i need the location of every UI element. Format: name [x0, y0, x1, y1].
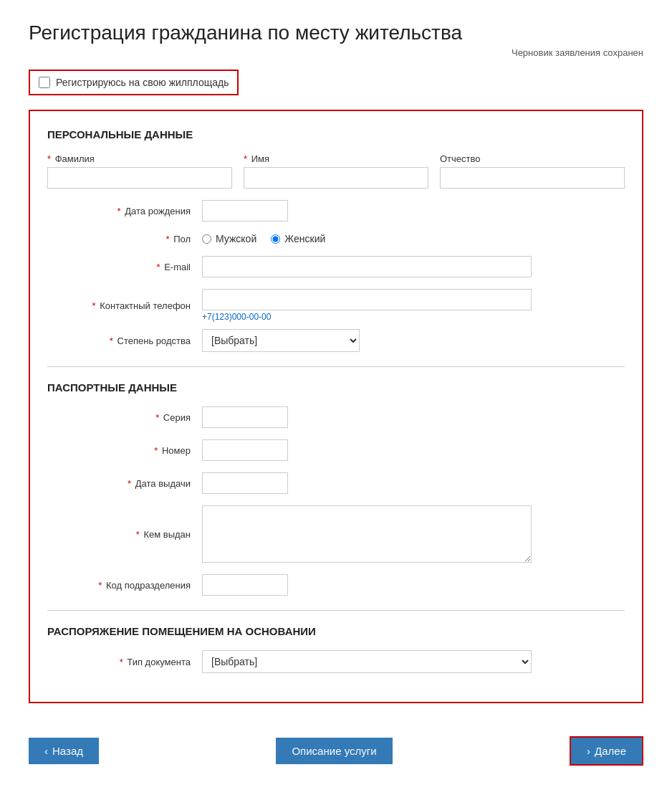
- passport-issued-by-row: * Кем выдан: [47, 505, 625, 563]
- first-name-group: * Имя: [244, 153, 428, 189]
- doc-type-label: * Тип документа: [47, 657, 191, 667]
- phone-row: * Контактный телефон +7(123)000-00-00: [47, 289, 625, 322]
- gender-female-radio[interactable]: [271, 234, 280, 244]
- middle-name-group: Отчество: [440, 153, 625, 189]
- passport-issued-by-textarea[interactable]: [202, 505, 532, 563]
- service-description-button[interactable]: Описание услуги: [276, 738, 392, 764]
- kinship-required-star: *: [110, 335, 113, 346]
- next-arrow-icon: ›: [587, 745, 590, 757]
- first-name-input[interactable]: [244, 167, 428, 189]
- passport-issued-by-required-star: *: [136, 529, 140, 540]
- service-description-label: Описание услуги: [292, 745, 376, 757]
- phone-label: * Контактный телефон: [47, 300, 191, 311]
- gender-label: * Пол: [47, 234, 191, 244]
- gender-female-label: Женский: [284, 233, 325, 244]
- gender-male-radio[interactable]: [202, 234, 211, 244]
- name-row: * Фамилия * Имя Отчество: [47, 153, 625, 189]
- passport-series-input[interactable]: [202, 406, 288, 428]
- draft-status: Черновик заявления сохранен: [29, 47, 643, 58]
- passport-series-required-star: *: [155, 412, 159, 423]
- disposal-section-title: РАСПОРЯЖЕНИЕ ПОМЕЩЕНИЕМ НА ОСНОВАНИИ: [47, 625, 625, 637]
- first-name-label: * Имя: [244, 153, 428, 164]
- passport-series-label: * Серия: [47, 412, 191, 423]
- gender-female-option[interactable]: Женский: [271, 233, 325, 244]
- gender-options: Мужской Женский: [202, 233, 625, 244]
- kinship-row: * Степень родства [Выбрать]: [47, 329, 625, 352]
- doc-type-row: * Тип документа [Выбрать]: [47, 650, 625, 673]
- passport-division-code-input[interactable]: [202, 574, 288, 596]
- phone-input-wrap: +7(123)000-00-00: [202, 289, 625, 322]
- last-name-required-star: *: [47, 153, 51, 164]
- passport-number-label: * Номер: [47, 445, 191, 456]
- passport-issued-by-label: * Кем выдан: [47, 529, 191, 540]
- passport-divider: [47, 610, 625, 611]
- first-name-required-star: *: [244, 153, 247, 164]
- birth-date-label: * Дата рождения: [47, 206, 191, 216]
- passport-section-title: ПАСПОРТНЫЕ ДАННЫЕ: [47, 381, 625, 394]
- page-title: Регистрация гражданина по месту жительст…: [29, 22, 643, 44]
- own-apartment-label: Регистрируюсь на свою жилплощадь: [56, 77, 229, 88]
- email-label: * E-mail: [47, 262, 191, 272]
- middle-name-input[interactable]: [440, 167, 625, 189]
- email-input[interactable]: [202, 256, 532, 277]
- passport-number-input[interactable]: [202, 439, 288, 461]
- gender-male-option[interactable]: Мужской: [202, 233, 256, 244]
- back-arrow-icon: ‹: [44, 745, 48, 757]
- own-apartment-checkbox-label[interactable]: Регистрируюсь на свою жилплощадь: [29, 70, 239, 95]
- next-button-label: Далее: [595, 745, 626, 757]
- doc-type-input-wrap: [Выбрать]: [202, 650, 625, 673]
- email-row: * E-mail: [47, 256, 625, 277]
- last-name-input[interactable]: [47, 167, 232, 189]
- passport-division-code-label: * Код подразделения: [47, 580, 191, 591]
- main-form: ПЕРСОНАЛЬНЫЕ ДАННЫЕ * Фамилия * Имя Отче…: [29, 110, 643, 703]
- gender-required-star: *: [165, 234, 169, 244]
- phone-input[interactable]: [202, 289, 532, 310]
- passport-number-row: * Номер: [47, 439, 625, 461]
- page-container: Регистрация гражданина по месту жительст…: [0, 0, 672, 795]
- next-button[interactable]: › Далее: [570, 736, 643, 766]
- passport-division-code-required-star: *: [98, 580, 102, 591]
- gender-male-label: Мужской: [216, 233, 256, 244]
- passport-series-row: * Серия: [47, 406, 625, 428]
- personal-section-title: ПЕРСОНАЛЬНЫЕ ДАННЫЕ: [47, 128, 625, 141]
- passport-issue-date-label: * Дата выдачи: [47, 478, 191, 489]
- own-apartment-checkbox[interactable]: [39, 77, 50, 88]
- gender-row: * Пол Мужской Женский: [47, 233, 625, 244]
- passport-issue-date-required-star: *: [128, 478, 131, 489]
- birth-date-row: * Дата рождения: [47, 200, 625, 222]
- birth-date-required-star: *: [117, 206, 121, 216]
- doc-type-required-star: *: [120, 657, 123, 667]
- kinship-label: * Степень родства: [47, 335, 191, 346]
- phone-hint: +7(123)000-00-00: [202, 312, 625, 322]
- phone-required-star: *: [92, 300, 96, 311]
- passport-number-required-star: *: [154, 445, 158, 456]
- passport-division-code-row: * Код подразделения: [47, 574, 625, 596]
- middle-name-label: Отчество: [440, 153, 625, 164]
- email-input-wrap: [202, 256, 625, 277]
- personal-divider: [47, 366, 625, 367]
- kinship-select[interactable]: [Выбрать]: [202, 329, 360, 352]
- back-button-label: Назад: [52, 745, 83, 757]
- passport-issue-date-input[interactable]: [202, 472, 288, 494]
- last-name-group: * Фамилия: [47, 153, 232, 189]
- last-name-label: * Фамилия: [47, 153, 232, 164]
- kinship-input-wrap: [Выбрать]: [202, 329, 625, 352]
- birth-date-input[interactable]: [202, 200, 288, 222]
- footer-buttons: ‹ Назад Описание услуги › Далее: [29, 725, 643, 777]
- doc-type-select[interactable]: [Выбрать]: [202, 650, 532, 673]
- email-required-star: *: [156, 262, 160, 272]
- back-button[interactable]: ‹ Назад: [29, 738, 99, 764]
- passport-issue-date-row: * Дата выдачи: [47, 472, 625, 494]
